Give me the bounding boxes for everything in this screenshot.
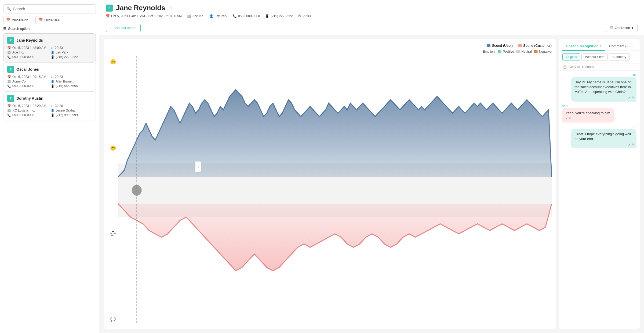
person-icon: 👤 xyxy=(51,109,54,112)
speech-tabs: Speech recognition ℹ Comment (3) ℹ xyxy=(559,39,640,51)
sub-tab-original[interactable]: Original xyxy=(562,53,580,60)
cal-icon: 📅 xyxy=(7,104,11,108)
date-from-picker[interactable]: 📅 2023-9-22 xyxy=(3,16,31,24)
clock-icon: ⏱ xyxy=(51,75,54,78)
list-icon: ☰ xyxy=(3,27,6,31)
message-bubble: Hey, hi. My name is Jane. I'm one of the… xyxy=(571,77,636,102)
search-input[interactable] xyxy=(13,7,92,11)
call-contact: 👤 Jessie Graham, xyxy=(51,109,92,112)
legend-user: Sound (User) xyxy=(487,44,512,48)
content-area: Sound (User) Sound (Customer) Emotion: P… xyxy=(99,35,644,333)
brand-logo: 2 xyxy=(106,5,113,12)
add-memo-button[interactable]: + Add call memo xyxy=(106,24,141,32)
calendar-meta-icon: 📅 xyxy=(106,14,110,18)
message-row: 0:10Great. I hope everything's going wel… xyxy=(562,125,636,148)
date-from-value: 2023-9-22 xyxy=(12,18,28,22)
call-company: 🏢 Ace Inc. xyxy=(7,51,49,54)
main-toolbar: + Add call memo ☰ Operation ▾ xyxy=(99,21,644,35)
meta-contact: 👤 Jay Park xyxy=(209,14,227,18)
message-text: Hey, hi. My name is Jane. I'm one of the… xyxy=(574,80,631,94)
call-date: 📅 Oct 5, 2023 1:02:29 AM xyxy=(7,104,49,108)
person-icon: 👤 xyxy=(51,80,54,83)
main-header: 2 Jane Reynolds ☆ 📅 Oct 5, 2023 1:48:00 … xyxy=(99,0,644,21)
waveform-panel: Sound (User) Sound (Customer) Emotion: P… xyxy=(104,39,556,329)
call-brand-icon: 2 xyxy=(7,66,14,73)
collapse-sidebar-button[interactable]: ‹ xyxy=(195,161,201,172)
search-box[interactable]: 🔍 xyxy=(3,4,96,13)
call-date: 📅 Oct 5, 2023 1:48:00 AM xyxy=(7,46,49,50)
legend-negative: Negative xyxy=(534,50,552,53)
waveform-svg[interactable] xyxy=(118,56,552,324)
message-bubble: Yeah, you're speaking to him. ↗ ✎ xyxy=(562,108,614,123)
chevron-down-icon: ▾ xyxy=(632,26,634,30)
page-title: Jane Reynolds xyxy=(116,4,165,12)
meta-datetime: 📅 Oct 5, 2023 1:48:00 AM - Oct 5, 2023 2… xyxy=(106,14,182,18)
emotion-happy-icon-top: 😊 xyxy=(110,59,116,65)
edit-icon[interactable]: ✎ xyxy=(569,117,571,121)
comment-icon-2: 💬 xyxy=(110,317,116,322)
call-company: 🏢 Acme Co. xyxy=(7,80,49,83)
meta-phone-out: 📞 050-0000-0000 xyxy=(233,14,260,18)
tab-comment[interactable]: Comment (3) ℹ xyxy=(605,42,636,51)
share-icon[interactable]: ↗ xyxy=(565,117,567,121)
message-text: Great. I hope everything's going well on… xyxy=(574,132,631,141)
call-phone-out: 📞 050-0000-0000 xyxy=(7,55,49,59)
message-time: 0:10 xyxy=(631,125,636,128)
meta-company: 🏢 Ace Inc. xyxy=(187,14,204,18)
edit-icon[interactable]: ✎ xyxy=(632,96,634,100)
speech-info-icon: ℹ xyxy=(600,44,602,48)
tab-speech-recognition[interactable]: Speech recognition ℹ xyxy=(562,42,605,51)
meta-phone-in: 📱 (215) 222-2222 xyxy=(265,14,293,18)
message-time: 0:08 xyxy=(562,104,568,108)
sidebar: 🔍 📅 2023-9-22 - 📅 2023-10-6 ☰ Search opt… xyxy=(0,0,99,333)
search-option[interactable]: ☰ Search option xyxy=(3,27,96,31)
search-icon: 🔍 xyxy=(7,7,11,11)
comment-icon-1: 💬 xyxy=(110,231,116,236)
message-row: 0:02Hey, hi. My name is Jane. I'm one of… xyxy=(562,73,636,102)
share-icon[interactable]: ↗ xyxy=(628,143,630,147)
building-icon: 🏢 xyxy=(7,80,11,83)
call-list: 2 Jane Reynolds 📅 Oct 5, 2023 1:48:00 AM… xyxy=(3,33,96,120)
clock-icon: ⏱ xyxy=(51,104,54,108)
call-phone-in: 📱 (215) 222-2222 xyxy=(51,55,92,59)
call-name: Jane Reynolds xyxy=(16,38,43,42)
call-duration: ⏱ 30:20 xyxy=(51,104,92,108)
call-duration: ⏱ 29:33 xyxy=(51,46,92,50)
call-date: 📅 Oct 5, 2023 1:09:15 AM xyxy=(7,75,49,79)
main-content: 2 Jane Reynolds ☆ 📅 Oct 5, 2023 1:48:00 … xyxy=(99,0,644,333)
phone-out-icon: 📞 xyxy=(7,113,11,117)
call-phone-in: 📱 (212) 999-9999 xyxy=(51,113,92,117)
phone-out-icon: 📞 xyxy=(233,14,237,18)
call-brand-icon: 2 xyxy=(7,37,14,44)
call-card[interactable]: 2 Jane Reynolds 📅 Oct 5, 2023 1:48:00 AM… xyxy=(3,33,96,62)
call-contact: 👤 Alan Burnett xyxy=(51,80,92,83)
date-separator: - xyxy=(32,18,34,22)
share-icon[interactable]: ↗ xyxy=(628,96,630,100)
message-actions: ↗ ✎ xyxy=(628,96,634,100)
message-time: 0:02 xyxy=(631,73,636,77)
message-text: Yeah, you're speaking to him. xyxy=(566,111,611,115)
clock-icon: ⏱ xyxy=(51,46,54,49)
building-icon: 🏢 xyxy=(7,51,11,54)
phone-out-icon: 📞 xyxy=(7,84,11,88)
favorite-icon[interactable]: ☆ xyxy=(169,5,173,11)
call-name: Dorothy Austin xyxy=(16,96,43,101)
phone-in-icon: 📱 xyxy=(51,113,54,117)
plus-icon: + xyxy=(110,26,112,30)
call-card[interactable]: 2 Oscar Jones 📅 Oct 5, 2023 1:09:15 AM ⏱… xyxy=(3,62,96,91)
date-to-picker[interactable]: 📅 2023-10-6 xyxy=(35,16,63,24)
copy-to-clipboard[interactable]: 📋 Copy to clipboard xyxy=(559,63,640,71)
sub-tab-summary[interactable]: Summary xyxy=(609,53,630,60)
operation-button[interactable]: ☰ Operation ▾ xyxy=(606,24,638,32)
call-card[interactable]: 2 Dorothy Austin 📅 Oct 5, 2023 1:02:29 A… xyxy=(3,91,96,120)
legend-customer: Sound (Customer) xyxy=(518,44,552,48)
sub-tab-without-fillers[interactable]: Without fillers xyxy=(581,53,608,60)
meta-duration: ⏱ 29:33 xyxy=(298,14,311,18)
phone-in-icon: 📱 xyxy=(51,84,54,88)
call-metadata: 📅 Oct 5, 2023 1:48:00 AM - Oct 5, 2023 2… xyxy=(106,14,638,18)
clock-icon: ⏱ xyxy=(298,14,301,18)
date-to-value: 2023-10-6 xyxy=(44,18,60,22)
speech-sub-tabs: Original Without fillers Summary xyxy=(559,51,640,63)
comment-info-icon: ℹ xyxy=(631,44,633,48)
edit-icon[interactable]: ✎ xyxy=(632,143,634,147)
